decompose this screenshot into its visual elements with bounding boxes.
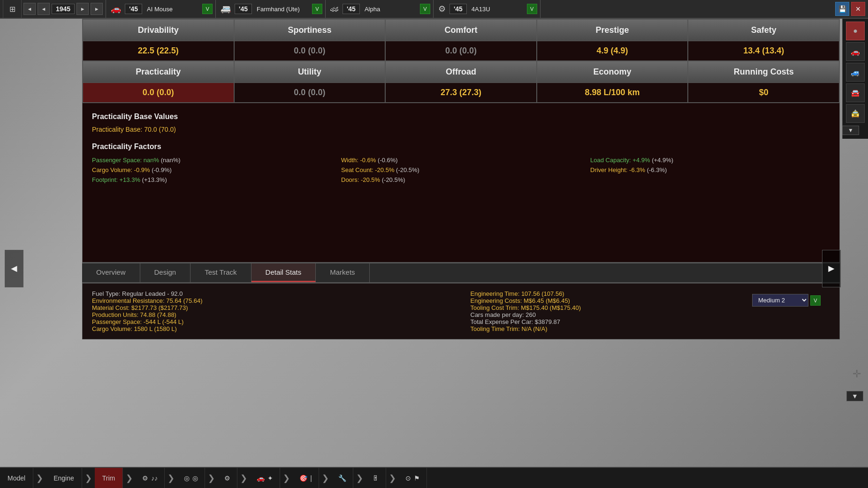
factor-empty-3: [590, 176, 830, 183]
stat-prestige: Prestige 4.9 (4.9): [537, 19, 688, 61]
wrench-icon: 🔧: [338, 474, 346, 482]
chevron-9: ❯: [353, 473, 366, 483]
car-silhouette-icon: 🚗: [257, 474, 265, 482]
detail-panel: Practicality Base Values Practicality Ba…: [82, 103, 840, 263]
steering-icon-2: |: [310, 474, 312, 482]
medium-dropdown[interactable]: Medium 2 Small 1 Large 1: [752, 294, 808, 307]
right-sidebar: ● 🚗 🚙 🚘 🚖 ▼: [842, 19, 868, 139]
factor-load-capacity: Load Capacity: +4.9% (+4.9%): [590, 157, 830, 164]
prev-btn-1[interactable]: ◄: [23, 3, 36, 15]
scroll-down-sidebar[interactable]: ▼: [846, 391, 863, 401]
year-display: 1945: [52, 4, 75, 14]
next-btn-2[interactable]: ►: [91, 3, 103, 15]
move-icon: ✛: [853, 368, 861, 380]
production-units: Production Units: 74.88 (74.88): [92, 311, 452, 318]
vehicle-3-name: Alpha: [362, 6, 418, 13]
safety-header: Safety: [688, 20, 839, 41]
tune-btn[interactable]: 🎚: [366, 468, 386, 488]
factors-title: Practicality Factors: [92, 143, 830, 151]
prestige-header: Prestige: [537, 20, 688, 41]
safety-value: 13.4 (13.4): [688, 41, 839, 60]
offroad-header: Offroad: [386, 61, 536, 83]
vehicle-1-name: AI Mouse: [144, 6, 200, 13]
tab-markets[interactable]: Markets: [316, 263, 369, 282]
badge-btn[interactable]: ⊙ ⚑: [399, 468, 427, 488]
prestige-value: 4.9 (4.9): [537, 41, 688, 60]
wrench-btn[interactable]: 🔧: [332, 468, 353, 488]
dropdown-v-btn[interactable]: V: [810, 295, 821, 306]
cargo-volume: Cargo Volume: 1580 L (1580 L): [92, 325, 452, 332]
vehicle-4-year: '45: [449, 4, 467, 14]
vehicle-4-v-btn[interactable]: V: [527, 4, 537, 14]
factor-width: Width: -0.6% (-0.6%): [341, 157, 581, 164]
left-nav-arrow[interactable]: ◄: [5, 250, 23, 287]
steering-btn[interactable]: 🎯 |: [293, 468, 319, 488]
engine-detail-icon: ⚙: [224, 474, 230, 482]
right-nav-arrow[interactable]: ►: [822, 250, 841, 287]
comfort-value: 0.0 (0.0): [386, 41, 536, 60]
bottom-tab-trim[interactable]: Trim: [95, 468, 123, 488]
vehicle-3-v-btn[interactable]: V: [420, 4, 430, 14]
grid-icon[interactable]: ⊞: [3, 0, 22, 18]
bottom-tab-model[interactable]: Model: [0, 468, 33, 488]
car-front-icon[interactable]: 🚗: [846, 42, 865, 61]
tab-overview[interactable]: Overview: [82, 263, 140, 282]
car-top-icon[interactable]: 🚖: [846, 104, 865, 123]
practicality-value: 0.0 (0.0): [83, 83, 234, 102]
stat-running-costs: Running Costs $0: [688, 61, 839, 103]
close-button[interactable]: ✕: [851, 2, 865, 16]
chevron-1: ❯: [33, 473, 46, 483]
factor-driver-height: Driver Height: -6.3% (-6.3%): [590, 166, 830, 173]
stat-drivability: Drivability 22.5 (22.5): [83, 19, 234, 61]
prev-btn-2[interactable]: ◄: [38, 3, 50, 15]
dropdown-row: Medium 2 Small 1 Large 1 V: [752, 294, 821, 307]
fan-icon: ✦: [267, 474, 273, 482]
stats-grid: Drivability 22.5 (22.5) Sportiness 0.0 (…: [82, 19, 840, 103]
bottom-tab-engine[interactable]: Engine: [46, 468, 82, 488]
next-btn-1[interactable]: ►: [76, 3, 89, 15]
music-icon: ♪♪: [151, 474, 158, 482]
wheel-icon-2: ◎: [192, 474, 198, 482]
badge-icon: ⊙: [405, 474, 411, 482]
scroll-down-btn[interactable]: ▼: [842, 126, 859, 135]
main-content: Drivability 22.5 (22.5) Sportiness 0.0 (…: [82, 19, 840, 339]
tab-detail-stats[interactable]: Detail Stats: [251, 263, 316, 282]
tab-design[interactable]: Design: [140, 263, 191, 282]
engine-detail-btn[interactable]: ⚙: [218, 468, 237, 488]
section-title: Practicality Base Values: [92, 113, 830, 121]
utility-value: 0.0 (0.0): [235, 83, 385, 102]
tab-test-track[interactable]: Test Track: [190, 263, 251, 282]
utility-header: Utility: [235, 61, 385, 83]
settings-icon-btn[interactable]: ⚙ ♪♪: [136, 468, 165, 488]
vehicle-4-icon: ⚙: [436, 4, 448, 14]
total-expense: Total Expense Per Car: $3879.87: [471, 318, 830, 325]
save-button[interactable]: 💾: [835, 2, 849, 16]
bottom-stats-left: Fuel Type: Regular Leaded - 92.0 Environ…: [92, 290, 452, 332]
tooling-time-trim: Tooling Time Trim: N/A (N/A): [471, 325, 830, 332]
chevron-6: ❯: [237, 473, 250, 483]
chevron-5: ❯: [205, 473, 218, 483]
grid-section: ⊞ ◄ ◄ 1945 ► ►: [0, 0, 106, 18]
car-silhouette-btn[interactable]: 🚗 ✦: [250, 468, 280, 488]
vehicle-4-section: ⚙ '45 4A13U V: [434, 0, 541, 18]
drivability-value: 22.5 (22.5): [83, 41, 234, 60]
factor-doors: Doors: -20.5% (-20.5%): [341, 176, 581, 183]
factor-footprint: Footprint: +13.3% (+13.3%): [92, 176, 332, 183]
economy-value: 8.98 L/100 km: [537, 83, 688, 102]
offroad-value: 27.3 (27.3): [386, 83, 536, 102]
economy-header: Economy: [537, 61, 688, 83]
vehicle-2-icon: 🚐: [219, 4, 233, 14]
wheel-icon-btn[interactable]: ◎ ◎: [177, 468, 205, 488]
stat-comfort: Comfort 0.0 (0.0): [385, 19, 537, 61]
vehicle-2-v-btn[interactable]: V: [312, 4, 322, 14]
vehicle-4-name: 4A13U: [469, 6, 525, 13]
bottom-stats-right: Engineering Time: 107.56 (107.56) Engine…: [471, 290, 830, 332]
material-cost: Material Cost: $2177.73 ($2177.73): [92, 304, 452, 311]
sportiness-value: 0.0 (0.0): [235, 41, 385, 60]
vehicle-2-section: 🚐 '45 Farmhand (Ute) V: [216, 0, 326, 18]
vehicle-1-v-btn[interactable]: V: [202, 4, 213, 14]
car-side-icon[interactable]: 🚙: [846, 63, 865, 82]
record-icon[interactable]: ●: [846, 22, 865, 40]
car-back-icon[interactable]: 🚘: [846, 83, 865, 102]
stat-economy: Economy 8.98 L/100 km: [537, 61, 688, 103]
